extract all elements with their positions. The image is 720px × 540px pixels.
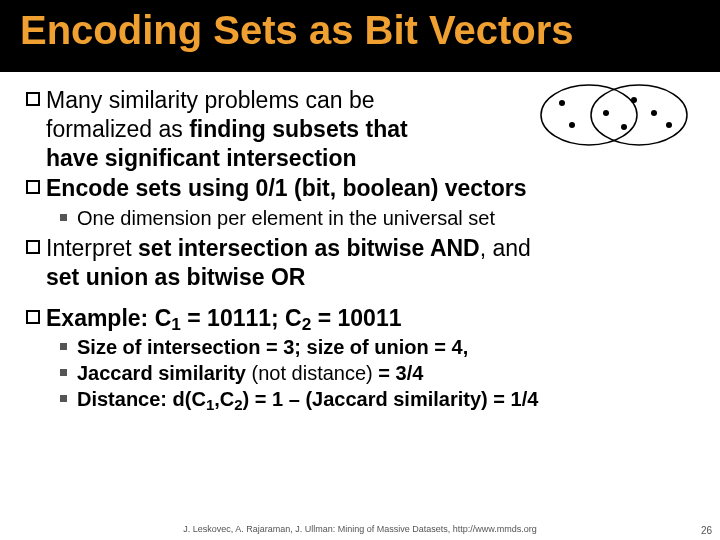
bullet-2: Encode sets using 0/1 (bit, boolean) vec…: [26, 174, 694, 203]
bullet-2-sublist: One dimension per element in the univers…: [60, 206, 694, 230]
box-bullet-icon: [26, 92, 40, 106]
box-bullet-icon: [26, 240, 40, 254]
square-bullet-icon: [60, 369, 67, 376]
sub-text: One dimension per element in the univers…: [77, 206, 495, 230]
sub-text: Size of intersection = 3; size of union …: [77, 335, 468, 359]
sub-text: Distance: d(C1,C2) = 1 – (Jaccard simila…: [77, 387, 538, 411]
sub-bullet: Size of intersection = 3; size of union …: [60, 335, 694, 359]
sub-text: Jaccard similarity (not distance) = 3/4: [77, 361, 423, 385]
svg-point-0: [541, 85, 637, 145]
bullet-1-text: Many similarity problems can be formaliz…: [46, 86, 408, 172]
square-bullet-icon: [60, 395, 67, 402]
svg-point-7: [651, 110, 657, 116]
box-bullet-icon: [26, 180, 40, 194]
sub-bullet: One dimension per element in the univers…: [60, 206, 694, 230]
bullet-4-sublist: Size of intersection = 3; size of union …: [60, 335, 694, 411]
svg-point-6: [631, 97, 637, 103]
bullet-4-text: Example: C1 = 10111; C2 = 10011: [46, 304, 401, 333]
bullet-3: Interpret set intersection as bitwise AN…: [26, 234, 694, 292]
bullet-2-text: Encode sets using 0/1 (bit, boolean) vec…: [46, 174, 527, 203]
svg-point-2: [559, 100, 565, 106]
sub-bullet: Jaccard similarity (not distance) = 3/4: [60, 361, 694, 385]
svg-point-8: [666, 122, 672, 128]
svg-point-3: [569, 122, 575, 128]
svg-point-5: [621, 124, 627, 130]
footer-citation: J. Leskovec, A. Rajaraman, J. Ullman: Mi…: [0, 524, 720, 534]
svg-point-4: [603, 110, 609, 116]
title-bar: Encoding Sets as Bit Vectors: [0, 0, 720, 72]
box-bullet-icon: [26, 310, 40, 324]
slide-title: Encoding Sets as Bit Vectors: [20, 8, 574, 52]
bullet-4: Example: C1 = 10111; C2 = 10011: [26, 304, 694, 333]
square-bullet-icon: [60, 214, 67, 221]
page-number: 26: [701, 525, 712, 536]
venn-diagram: [534, 75, 694, 155]
slide-content: Many similarity problems can be formaliz…: [0, 72, 720, 411]
sub-bullet: Distance: d(C1,C2) = 1 – (Jaccard simila…: [60, 387, 694, 411]
square-bullet-icon: [60, 343, 67, 350]
bullet-3-text: Interpret set intersection as bitwise AN…: [46, 234, 531, 292]
